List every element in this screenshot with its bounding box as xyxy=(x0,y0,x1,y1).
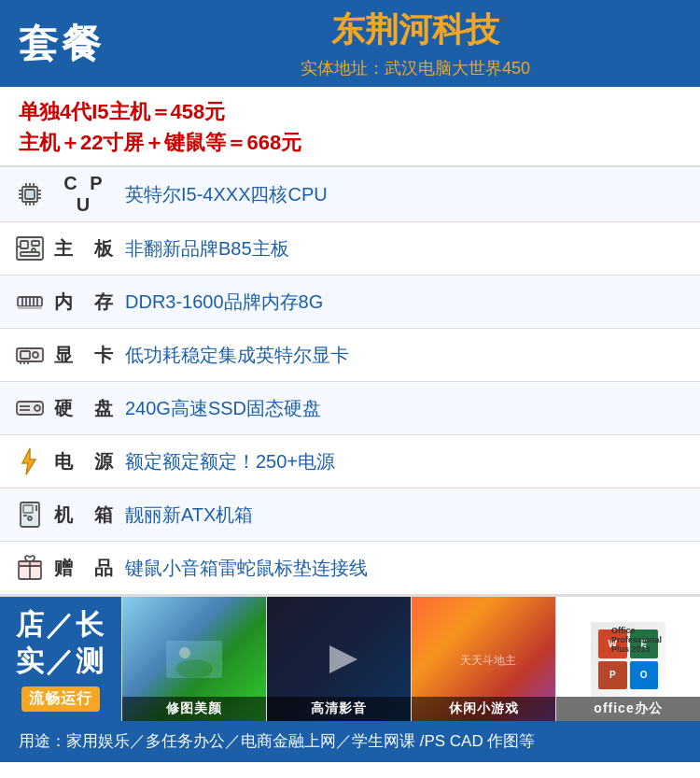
case-value: 靓丽新ATX机箱 xyxy=(116,502,691,528)
spec-row-case: 机 箱 靓丽新ATX机箱 xyxy=(0,488,700,542)
memory-icon xyxy=(9,281,50,322)
spec-row-gpu: 显 卡 低功耗稳定集成英特尔显卡 xyxy=(0,329,700,382)
photo-label: 修图美颜 xyxy=(122,697,266,721)
gpu-icon xyxy=(9,334,50,375)
svg-point-47 xyxy=(179,647,190,658)
footer-text: 用途：家用娱乐／多任务办公／电商金融上网／学生网课 /PS CAD 作图等 xyxy=(19,730,535,753)
case-label: 机 箱 xyxy=(50,502,116,528)
psu-icon xyxy=(9,441,50,482)
gift-icon xyxy=(9,547,50,588)
header: 套餐 东荆河科技 实体地址：武汉电脑大世界450 xyxy=(0,0,700,87)
board-icon xyxy=(9,228,50,269)
spec-row-hdd: 硬 盘 240G高速SSD固态硬盘 xyxy=(0,382,700,435)
image-item-photo: 修图美颜 xyxy=(121,597,266,721)
psu-value: 额定额定额定！250+电源 xyxy=(116,449,691,474)
spec-row-gift: 赠 品 键鼠小音箱雷蛇鼠标垫连接线 xyxy=(0,542,700,595)
svg-rect-13 xyxy=(25,190,35,199)
svg-point-48 xyxy=(175,659,213,678)
cpu-icon xyxy=(9,174,50,215)
board-label: 主 板 xyxy=(50,236,116,262)
cpu-label: C P U xyxy=(50,173,116,216)
image-item-game: 天天斗地主 休闲小游戏 xyxy=(411,597,555,721)
hdd-label: 硬 盘 xyxy=(50,396,116,421)
svg-text:天天斗地主: 天天斗地主 xyxy=(460,654,516,667)
gift-value: 键鼠小音箱雷蛇鼠标垫连接线 xyxy=(116,556,691,581)
memory-value: DDR3-1600品牌内存8G xyxy=(116,290,691,315)
psu-label: 电 源 xyxy=(50,449,116,474)
bottom-section: 店／长实／测 流畅运行 修图美颜 高清影音 xyxy=(0,595,700,721)
svg-marker-49 xyxy=(329,645,357,673)
bottom-images-grid: 修图美颜 高清影音 天天斗地主 休闲小游戏 W xyxy=(121,597,700,721)
store-test-label: 店／长实／测 xyxy=(16,606,105,679)
board-value: 非翻新品牌B85主板 xyxy=(116,236,691,262)
gpu-label: 显 卡 xyxy=(50,343,116,368)
brand-title: 东荆河科技 xyxy=(149,7,681,53)
hdd-value: 240G高速SSD固态硬盘 xyxy=(116,396,691,421)
bottom-left-panel: 店／长实／测 流畅运行 xyxy=(0,597,121,721)
promo-line2: 主机＋22寸屏＋键鼠等＝668元 xyxy=(19,127,681,158)
gift-label: 赠 品 xyxy=(50,556,116,581)
gpu-value: 低功耗稳定集成英特尔显卡 xyxy=(116,343,691,368)
header-suite-label: 套餐 xyxy=(19,18,149,70)
svg-marker-37 xyxy=(22,448,35,474)
header-brand: 东荆河科技 实体地址：武汉电脑大世界450 xyxy=(149,7,681,79)
office-thumbnail: W E P O OfficeProfessionalPlus 2013 xyxy=(591,622,665,697)
image-item-office: W E P O OfficeProfessionalPlus 2013 offi… xyxy=(555,597,700,721)
cpu-value: 英特尔I5-4XXX四核CPU xyxy=(116,182,691,207)
promo-section: 单独4代I5主机＝458元 主机＋22寸屏＋键鼠等＝668元 xyxy=(0,87,700,167)
svg-rect-26 xyxy=(18,306,42,309)
hdd-icon xyxy=(9,388,50,429)
memory-label: 内 存 xyxy=(50,290,116,315)
smooth-run-badge: 流畅运行 xyxy=(21,686,100,712)
video-label: 高清影音 xyxy=(267,697,411,721)
image-item-video: 高清影音 xyxy=(266,597,411,721)
game-label: 休闲小游戏 xyxy=(412,697,555,721)
office-label: office办公 xyxy=(556,697,700,721)
spec-row-memory: 内 存 DDR3-1600品牌内存8G xyxy=(0,276,700,329)
spec-row-cpu: C P U 英特尔I5-4XXX四核CPU xyxy=(0,167,700,222)
case-icon xyxy=(9,494,50,535)
spec-row-board: 主 板 非翻新品牌B85主板 xyxy=(0,222,700,276)
specs-table: C P U 英特尔I5-4XXX四核CPU 主 板 非翻新品牌B85主板 xyxy=(0,167,700,595)
spec-row-psu: 电 源 额定额定额定！250+电源 xyxy=(0,435,700,488)
footer: 用途：家用娱乐／多任务办公／电商金融上网／学生网课 /PS CAD 作图等 xyxy=(0,721,700,762)
promo-line1: 单独4代I5主机＝458元 xyxy=(19,96,681,127)
svg-rect-33 xyxy=(17,402,43,415)
brand-address: 实体地址：武汉电脑大世界450 xyxy=(149,57,681,79)
